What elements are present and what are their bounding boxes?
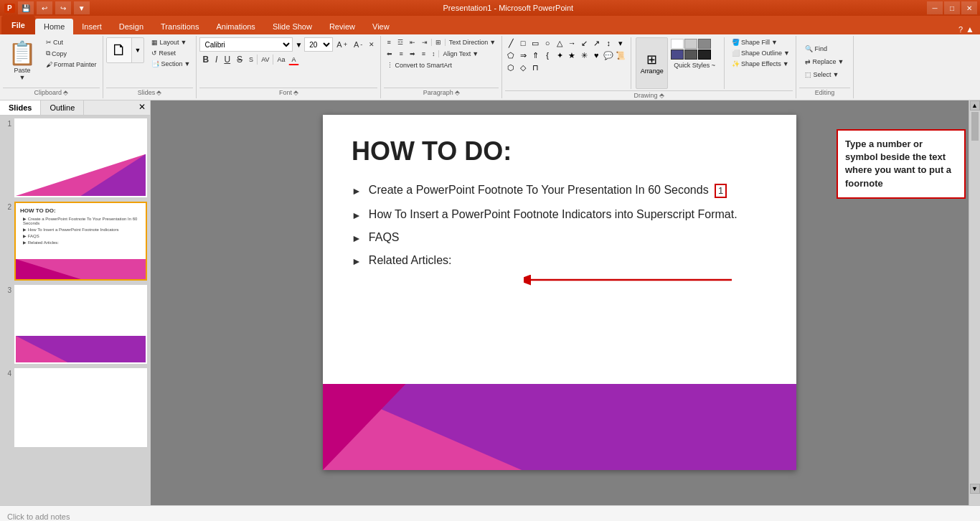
shape-block-arrow[interactable]: ⇒: [517, 50, 529, 61]
right-scrollbar[interactable]: ▲ ▼: [969, 100, 980, 505]
center-button[interactable]: ≡: [396, 49, 405, 59]
decrease-font-button[interactable]: A-: [351, 39, 365, 50]
tab-home[interactable]: Home: [35, 19, 73, 34]
align-left-button[interactable]: ⬅: [384, 49, 395, 59]
text-direction-button[interactable]: Text Direction ▼: [446, 37, 499, 47]
qs-item-1[interactable]: [671, 39, 684, 49]
shape-arrow-2[interactable]: ↕: [603, 37, 614, 49]
decrease-indent-button[interactable]: ⇤: [407, 37, 418, 47]
font-size-select[interactable]: 20 18 24 28 32 36: [304, 37, 333, 52]
scroll-thumb[interactable]: [971, 112, 979, 141]
qs-item-4[interactable]: [671, 50, 684, 60]
notes-area[interactable]: Click to add notes: [0, 505, 980, 521]
numbered-list-button[interactable]: ☲: [395, 37, 406, 47]
panel-tab-slides[interactable]: Slides: [0, 100, 41, 115]
shape-fill-button[interactable]: 🪣 Shape Fill ▼: [729, 37, 793, 47]
slide-thumb-4[interactable]: 4: [3, 368, 147, 447]
shape-line[interactable]: ╱: [505, 37, 517, 49]
shape-brace[interactable]: {: [542, 50, 553, 61]
tab-slideshow[interactable]: Slide Show: [264, 19, 321, 34]
select-button[interactable]: ⬚ Select ▼: [802, 70, 842, 80]
font-name-dropdown[interactable]: ▼: [293, 41, 303, 49]
reset-button[interactable]: ↺ Reset: [149, 48, 193, 58]
panel-tab-outline[interactable]: Outline: [41, 100, 84, 115]
tab-view[interactable]: View: [364, 19, 398, 34]
collapse-ribbon[interactable]: ▲: [963, 24, 977, 34]
scroll-down-button[interactable]: ▼: [970, 484, 980, 494]
shape-cylinder[interactable]: ⊓: [529, 62, 541, 73]
increase-font-button[interactable]: A+: [334, 39, 350, 50]
new-slide-button[interactable]: 🗋 ▼: [106, 37, 145, 63]
bullet-list-button[interactable]: ≡: [384, 37, 393, 47]
arrange-button[interactable]: ⊞ Arrange: [636, 37, 668, 89]
shape-star5[interactable]: ★: [566, 50, 578, 61]
cut-button[interactable]: ✂ Cut: [43, 37, 100, 47]
qs-item-5[interactable]: [684, 50, 697, 60]
copy-button[interactable]: ⧉ Copy: [43, 48, 100, 59]
font-color-button[interactable]: A: [288, 55, 298, 65]
tab-insert[interactable]: Insert: [73, 19, 110, 34]
line-spacing-button[interactable]: ↕: [429, 49, 438, 59]
tab-file[interactable]: File: [1, 16, 35, 34]
align-right-button[interactable]: ➡: [407, 49, 418, 59]
tab-review[interactable]: Review: [321, 19, 364, 34]
qs-item-6[interactable]: [698, 50, 711, 60]
shape-trapezoid[interactable]: ⬡: [505, 62, 517, 73]
align-text-button[interactable]: Align Text ▼: [440, 49, 481, 59]
quick-styles-button[interactable]: Quick Styles ~: [671, 60, 718, 70]
columns-button[interactable]: ⊞: [433, 37, 444, 47]
shape-more[interactable]: ▾: [615, 37, 626, 49]
shape-outline-button[interactable]: ⬜ Shape Outline ▼: [729, 48, 793, 58]
slides-expand[interactable]: ⬘: [156, 89, 161, 96]
underline-button[interactable]: U: [221, 53, 233, 66]
bold-button[interactable]: B: [199, 53, 212, 66]
slide-preview-2[interactable]: HOW TO DO: ▶ Create a PowerPoint Footnot…: [14, 202, 147, 281]
shape-oval[interactable]: ○: [542, 37, 553, 49]
shape-rounded-rect[interactable]: ▭: [529, 37, 541, 49]
convert-smartart-button[interactable]: ⋮ Convert to SmartArt: [384, 60, 455, 70]
paste-button[interactable]: 📋 Paste ▼: [3, 37, 42, 83]
quick-redo[interactable]: ↪: [55, 1, 71, 14]
quick-undo[interactable]: ↩: [37, 1, 52, 14]
minimize-button[interactable]: ─: [927, 1, 943, 14]
font-expand[interactable]: ⬘: [293, 89, 298, 96]
shape-scroll[interactable]: 📜: [615, 50, 626, 61]
strikethrough-button[interactable]: S: [234, 53, 245, 66]
justify-button[interactable]: ≡: [419, 49, 428, 59]
clear-format-button[interactable]: ✕: [366, 39, 377, 50]
shape-star4[interactable]: ✦: [554, 50, 565, 61]
replace-button[interactable]: ⇄ Replace ▼: [802, 57, 847, 67]
drawing-expand[interactable]: ⬘: [659, 92, 664, 99]
shape-arrow-curve[interactable]: ↗: [590, 37, 602, 49]
tab-transitions[interactable]: Transitions: [152, 19, 207, 34]
find-button[interactable]: 🔍 Find: [802, 44, 830, 54]
format-painter-button[interactable]: 🖌 Format Painter: [43, 60, 100, 70]
slide-preview-4[interactable]: [14, 368, 147, 447]
char-spacing-button[interactable]: AV: [258, 55, 272, 65]
slide-preview-1[interactable]: HOW TO CREATE AFOOTNOTE INPOWERPOINT: [14, 118, 147, 197]
shape-star6[interactable]: ✳: [578, 50, 590, 61]
italic-button[interactable]: I: [212, 53, 220, 66]
qs-item-3[interactable]: [698, 39, 711, 49]
shape-pentagon[interactable]: ⬠: [505, 50, 517, 61]
slide-thumb-2[interactable]: 2 HOW TO DO: ▶ Create a PowerPoint Footn…: [3, 202, 147, 281]
shape-arrow-right[interactable]: →: [566, 37, 578, 49]
qs-item-2[interactable]: [684, 39, 697, 49]
slide-thumb-3[interactable]: 3: [3, 285, 147, 364]
scroll-up-button[interactable]: ▲: [970, 100, 980, 111]
restore-button[interactable]: □: [944, 1, 960, 14]
tab-design[interactable]: Design: [110, 19, 152, 34]
shape-arrow-left[interactable]: ↙: [578, 37, 590, 49]
quick-access-dropdown[interactable]: ▼: [74, 1, 90, 14]
tab-animations[interactable]: Animations: [207, 19, 263, 34]
shape-rect[interactable]: □: [517, 37, 529, 49]
panel-close-button[interactable]: ✕: [134, 100, 150, 115]
quick-save[interactable]: 💾: [18, 1, 34, 14]
case-change-button[interactable]: Aa: [274, 55, 288, 65]
text-shadow-button[interactable]: S: [246, 55, 256, 65]
shape-callout[interactable]: 💬: [603, 50, 614, 61]
section-button[interactable]: 📑 Section ▼: [149, 59, 193, 69]
shape-heart[interactable]: ♥: [590, 50, 602, 61]
close-button[interactable]: ✕: [961, 1, 977, 14]
slide-thumb-1[interactable]: 1 HOW TO CREATE AFOOTNOTE INPOWERPOINT: [3, 118, 147, 197]
